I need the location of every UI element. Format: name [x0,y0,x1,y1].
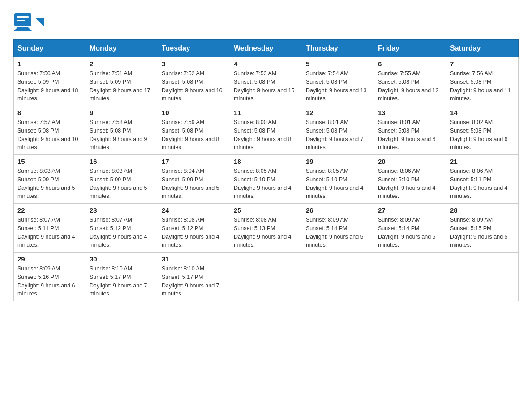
day-number: 26 [306,206,370,214]
day-info: Sunrise: 8:03 AM Sunset: 5:09 PM Dayligh… [17,167,82,201]
day-number: 9 [90,109,154,116]
calendar-cell: 16 Sunrise: 8:03 AM Sunset: 5:09 PM Dayl… [86,155,158,204]
day-number: 10 [162,109,226,116]
day-info: Sunrise: 8:00 AM Sunset: 5:08 PM Dayligh… [234,118,298,152]
day-number: 15 [17,158,82,165]
calendar-cell: 30 Sunrise: 8:10 AM Sunset: 5:17 PM Dayl… [86,253,158,301]
day-number: 30 [90,255,154,263]
weekday-header-thursday: Thursday [302,40,374,57]
calendar-cell: 25 Sunrise: 8:08 AM Sunset: 5:13 PM Dayl… [230,204,302,253]
weekday-header-friday: Friday [374,40,446,57]
day-info: Sunrise: 8:06 AM Sunset: 5:10 PM Dayligh… [378,167,442,201]
calendar-cell: 14 Sunrise: 8:02 AM Sunset: 5:08 PM Dayl… [446,106,519,155]
day-info: Sunrise: 8:02 AM Sunset: 5:08 PM Dayligh… [450,118,515,152]
day-info: Sunrise: 8:05 AM Sunset: 5:10 PM Dayligh… [234,167,298,201]
weekday-header-row: SundayMondayTuesdayWednesdayThursdayFrid… [14,40,519,57]
day-number: 28 [450,206,515,214]
day-number: 4 [234,60,298,68]
calendar-cell: 9 Sunrise: 7:58 AM Sunset: 5:08 PM Dayli… [86,106,158,155]
svg-marker-4 [36,18,44,26]
day-info: Sunrise: 8:03 AM Sunset: 5:09 PM Dayligh… [90,167,154,201]
calendar-cell: 28 Sunrise: 8:09 AM Sunset: 5:15 PM Dayl… [446,204,519,253]
logo [13,13,44,31]
day-number: 13 [378,109,442,116]
day-number: 24 [162,206,226,214]
calendar-cell: 13 Sunrise: 8:01 AM Sunset: 5:08 PM Dayl… [374,106,446,155]
day-number: 31 [162,255,226,263]
day-number: 2 [90,60,154,68]
day-number: 8 [17,109,82,116]
day-number: 20 [378,158,442,165]
svg-rect-2 [17,16,29,18]
day-info: Sunrise: 8:07 AM Sunset: 5:11 PM Dayligh… [17,216,82,249]
day-info: Sunrise: 8:01 AM Sunset: 5:08 PM Dayligh… [378,118,442,152]
day-number: 23 [90,206,154,214]
calendar-cell: 8 Sunrise: 7:57 AM Sunset: 5:08 PM Dayli… [14,106,86,155]
calendar-cell: 6 Sunrise: 7:55 AM Sunset: 5:08 PM Dayli… [374,57,446,106]
day-info: Sunrise: 8:09 AM Sunset: 5:14 PM Dayligh… [378,216,442,249]
day-info: Sunrise: 7:51 AM Sunset: 5:09 PM Dayligh… [90,69,154,103]
calendar-cell: 20 Sunrise: 8:06 AM Sunset: 5:10 PM Dayl… [374,155,446,204]
calendar-week-1: 1 Sunrise: 7:50 AM Sunset: 5:09 PM Dayli… [14,57,519,106]
calendar-cell: 17 Sunrise: 8:04 AM Sunset: 5:09 PM Dayl… [158,155,230,204]
svg-marker-1 [13,27,32,31]
calendar-cell: 18 Sunrise: 8:05 AM Sunset: 5:10 PM Dayl… [230,155,302,204]
day-number: 21 [450,158,515,165]
day-number: 16 [90,158,154,165]
day-info: Sunrise: 8:05 AM Sunset: 5:10 PM Dayligh… [306,167,370,201]
calendar-cell: 10 Sunrise: 7:59 AM Sunset: 5:08 PM Dayl… [158,106,230,155]
calendar-cell: 5 Sunrise: 7:54 AM Sunset: 5:08 PM Dayli… [302,57,374,106]
calendar-cell: 24 Sunrise: 8:08 AM Sunset: 5:12 PM Dayl… [158,204,230,253]
day-info: Sunrise: 7:52 AM Sunset: 5:08 PM Dayligh… [162,69,226,103]
calendar-header: SundayMondayTuesdayWednesdayThursdayFrid… [14,40,519,57]
day-info: Sunrise: 7:58 AM Sunset: 5:08 PM Dayligh… [90,118,154,152]
day-info: Sunrise: 7:54 AM Sunset: 5:08 PM Dayligh… [306,69,370,103]
weekday-header-saturday: Saturday [446,40,519,57]
day-info: Sunrise: 8:04 AM Sunset: 5:09 PM Dayligh… [162,167,226,201]
calendar-cell: 31 Sunrise: 8:10 AM Sunset: 5:17 PM Dayl… [158,253,230,301]
calendar-cell [374,253,446,301]
day-info: Sunrise: 8:10 AM Sunset: 5:17 PM Dayligh… [90,265,154,298]
calendar-cell: 1 Sunrise: 7:50 AM Sunset: 5:09 PM Dayli… [14,57,86,106]
calendar-cell: 15 Sunrise: 8:03 AM Sunset: 5:09 PM Dayl… [14,155,86,204]
calendar-cell: 12 Sunrise: 8:01 AM Sunset: 5:08 PM Dayl… [302,106,374,155]
calendar-cell: 22 Sunrise: 8:07 AM Sunset: 5:11 PM Dayl… [14,204,86,253]
calendar-cell: 4 Sunrise: 7:53 AM Sunset: 5:08 PM Dayli… [230,57,302,106]
calendar-cell: 7 Sunrise: 7:56 AM Sunset: 5:08 PM Dayli… [446,57,519,106]
day-info: Sunrise: 8:10 AM Sunset: 5:17 PM Dayligh… [162,265,226,298]
calendar-week-2: 8 Sunrise: 7:57 AM Sunset: 5:08 PM Dayli… [14,106,519,155]
day-info: Sunrise: 7:50 AM Sunset: 5:09 PM Dayligh… [17,69,82,103]
calendar-body: 1 Sunrise: 7:50 AM Sunset: 5:09 PM Dayli… [14,57,519,301]
day-number: 6 [378,60,442,68]
calendar-cell [446,253,519,301]
day-number: 22 [17,206,82,214]
logo-triangle-icon [36,18,44,26]
weekday-header-wednesday: Wednesday [230,40,302,57]
page-header [13,9,519,31]
day-number: 25 [234,206,298,214]
calendar-cell: 26 Sunrise: 8:09 AM Sunset: 5:14 PM Dayl… [302,204,374,253]
calendar-cell: 19 Sunrise: 8:05 AM Sunset: 5:10 PM Dayl… [302,155,374,204]
day-info: Sunrise: 8:09 AM Sunset: 5:16 PM Dayligh… [17,265,82,298]
day-number: 11 [234,109,298,116]
calendar-week-3: 15 Sunrise: 8:03 AM Sunset: 5:09 PM Dayl… [14,155,519,204]
calendar-table: SundayMondayTuesdayWednesdayThursdayFrid… [13,39,519,301]
day-info: Sunrise: 7:53 AM Sunset: 5:08 PM Dayligh… [234,69,298,103]
day-info: Sunrise: 8:01 AM Sunset: 5:08 PM Dayligh… [306,118,370,152]
day-info: Sunrise: 8:08 AM Sunset: 5:13 PM Dayligh… [234,216,298,249]
calendar-week-5: 29 Sunrise: 8:09 AM Sunset: 5:16 PM Dayl… [14,253,519,301]
weekday-header-tuesday: Tuesday [158,40,230,57]
day-number: 1 [17,60,82,68]
calendar-cell [230,253,302,301]
day-number: 3 [162,60,226,68]
day-number: 27 [378,206,442,214]
day-info: Sunrise: 8:06 AM Sunset: 5:11 PM Dayligh… [450,167,515,201]
calendar-cell [302,253,374,301]
day-info: Sunrise: 7:57 AM Sunset: 5:08 PM Dayligh… [17,118,82,152]
day-number: 18 [234,158,298,165]
day-info: Sunrise: 7:55 AM Sunset: 5:08 PM Dayligh… [378,69,442,103]
calendar-cell: 21 Sunrise: 8:06 AM Sunset: 5:11 PM Dayl… [446,155,519,204]
calendar-cell: 27 Sunrise: 8:09 AM Sunset: 5:14 PM Dayl… [374,204,446,253]
calendar-cell: 3 Sunrise: 7:52 AM Sunset: 5:08 PM Dayli… [158,57,230,106]
day-number: 17 [162,158,226,165]
